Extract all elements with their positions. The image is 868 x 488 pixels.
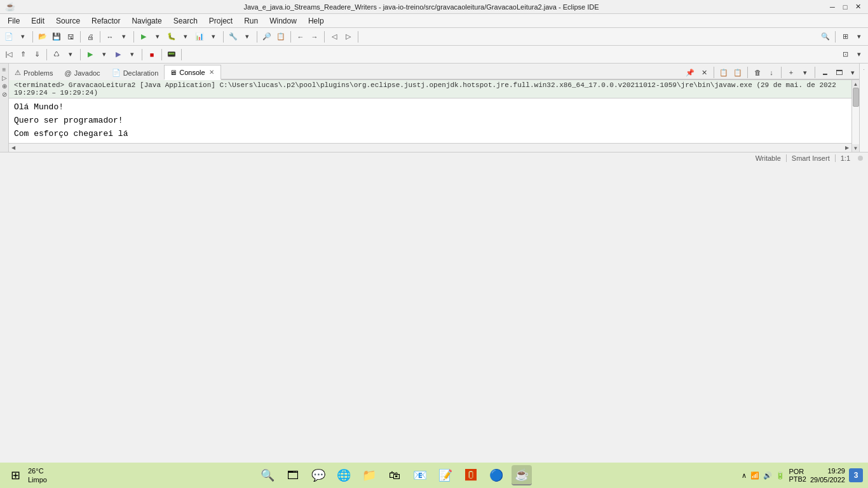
hscroll-right[interactable]: ▶ [843,144,851,152]
taskbar-chrome-icon[interactable]: 🔵 [486,465,506,485]
coverage-button[interactable]: 📊 [193,30,206,43]
panel-btn-paste[interactable]: 📋 [731,66,744,79]
panel-btn-minimize[interactable]: 🗕 [818,66,831,79]
vscroll-thumb[interactable] [853,88,859,107]
menu-run[interactable]: Run [239,15,263,27]
vscroll-up[interactable]: ▲ [852,80,859,88]
menu-refactor[interactable]: Refactor [86,15,125,27]
taskbar-explorer-icon[interactable]: 📁 [359,465,379,485]
refactor-button[interactable]: ↔ [104,30,116,43]
run-dropdown[interactable]: ▾ [151,30,164,43]
next-edit-button[interactable]: → [308,30,321,43]
menu-window[interactable]: Window [264,15,302,27]
taskbar-edge-icon[interactable]: 🌐 [334,465,354,485]
menu-project[interactable]: Project [204,15,238,27]
horizontal-scrollbar[interactable]: ◀ ▶ [9,143,851,152]
console-status-line: <terminated> GravacaoLeitura2 [Java Appl… [9,80,851,98]
open-type-button[interactable]: 🔎 [261,30,273,43]
toolbar2-btn3[interactable]: ♺ [50,48,63,61]
fwd-button[interactable]: ▷ [342,30,355,43]
hscroll-left[interactable]: ◀ [9,144,18,152]
menu-search[interactable]: Search [168,15,203,27]
tray-battery-icon[interactable]: 🔋 [776,471,785,480]
perspective-dropdown[interactable]: ▾ [853,30,865,43]
close-button[interactable]: ✕ [853,2,863,12]
vscroll-track[interactable] [852,88,859,144]
console-close-button[interactable]: ✕ [208,69,215,76]
external-tools-button[interactable]: 🔧 [227,30,240,43]
toolbar2-btn6drop[interactable]: ▾ [126,48,139,61]
open-button[interactable]: 📂 [36,30,49,43]
left-bar-icon3[interactable]: ⊕ [2,83,7,90]
tray-lang[interactable]: POR PTB2 [789,468,806,483]
left-bar-icon2[interactable]: ▷ [2,74,7,81]
taskbar-search-icon[interactable]: 🔍 [257,465,278,485]
tab-problems[interactable]: ⚠ Problems [9,65,58,80]
taskbar-outlook-icon[interactable]: 📧 [410,465,430,485]
debug-dropdown[interactable]: ▾ [179,30,192,43]
prev-annotation[interactable]: ⇑ [17,48,29,61]
panel-btn-pin[interactable]: 📌 [684,66,696,79]
toolbar2-right2[interactable]: ▾ [853,48,865,61]
menu-navigate[interactable]: Navigate [126,15,166,27]
stop-button[interactable]: ■ [146,48,158,61]
save-all-button[interactable]: 🖫 [64,30,77,43]
toolbar2-btn4[interactable]: ▾ [64,48,77,61]
menu-file[interactable]: File [3,15,25,27]
panel-btn-new-console[interactable]: + [785,66,797,79]
save-button[interactable]: 💾 [50,30,63,43]
tab-javadoc[interactable]: @ Javadoc [58,65,105,80]
tray-sound-icon[interactable]: 🔊 [763,471,772,480]
panel-btn-close-all[interactable]: ✕ [698,66,710,79]
toolbar2-btn6[interactable]: ▶ [112,48,125,61]
panel-btn-maximize[interactable]: 🗖 [832,66,845,79]
menu-edit[interactable]: Edit [26,15,50,27]
minimize-button[interactable]: ─ [827,2,837,12]
left-bar-icon1[interactable]: ≡ [3,66,6,73]
next-annotation[interactable]: ⇓ [31,48,43,61]
open-resource-button[interactable]: 📋 [275,30,287,43]
tab-console[interactable]: 🖥 Console ✕ [164,65,220,80]
left-panel-toggle[interactable]: |◁ [3,48,15,61]
tray-network-icon[interactable]: 📶 [750,471,759,480]
toolbar2-btn5[interactable]: ▶ [84,48,97,61]
back-button[interactable]: ◁ [328,30,341,43]
run-button[interactable]: ▶ [137,30,150,43]
coverage-dropdown[interactable]: ▾ [207,30,220,43]
prev-edit-button[interactable]: ← [294,30,307,43]
debug-button[interactable]: 🐛 [165,30,178,43]
toolbar2-right1[interactable]: ⊡ [839,48,851,61]
maximize-button[interactable]: □ [840,2,850,12]
menu-source[interactable]: Source [51,15,85,27]
tray-up-arrow[interactable]: ∧ [742,471,747,480]
vscroll-down[interactable]: ▼ [852,144,859,152]
refactor-dropdown[interactable]: ▾ [118,30,130,43]
taskbar-office-icon[interactable]: 🅾 [461,465,481,485]
print-button[interactable]: 🖨 [84,30,97,43]
clock-widget[interactable]: 19:29 29/05/2022 [810,466,845,485]
taskbar-sticknotes-icon[interactable]: 📝 [435,465,456,485]
new-dropdown[interactable]: ▾ [17,30,29,43]
panel-btn-view-menu[interactable]: ▾ [846,66,859,79]
taskbar-widgets-icon[interactable]: 🗔 [283,465,303,485]
taskbar-teams-icon[interactable]: 💬 [308,465,329,485]
perspective-button[interactable]: ⊞ [839,30,851,43]
taskbar-eclipse-icon[interactable]: ☕ [512,465,532,485]
open-console-button[interactable]: 📟 [165,48,178,61]
menu-help[interactable]: Help [303,15,329,27]
start-button[interactable]: ⊞ [5,465,25,485]
panel-btn-scroll[interactable]: ↓ [765,66,778,79]
left-bar-icon4[interactable]: ⊘ [2,91,7,98]
right-gutter-marker[interactable]: · [862,65,865,74]
tab-declaration[interactable]: 📄 Declaration [106,65,165,80]
search-button[interactable]: 🔍 [819,30,832,43]
external-dropdown[interactable]: ▾ [241,30,254,43]
taskbar-store-icon[interactable]: 🛍 [384,465,405,485]
hscroll-track[interactable] [18,144,843,152]
toolbar2-btn5drop[interactable]: ▾ [98,48,111,61]
notifications-badge[interactable]: 3 [849,468,863,482]
new-button[interactable]: 📄 [3,30,15,43]
panel-btn-clear[interactable]: 🗑 [751,66,764,79]
panel-btn-console-drop[interactable]: ▾ [799,66,811,79]
panel-btn-copy[interactable]: 📋 [717,66,730,79]
